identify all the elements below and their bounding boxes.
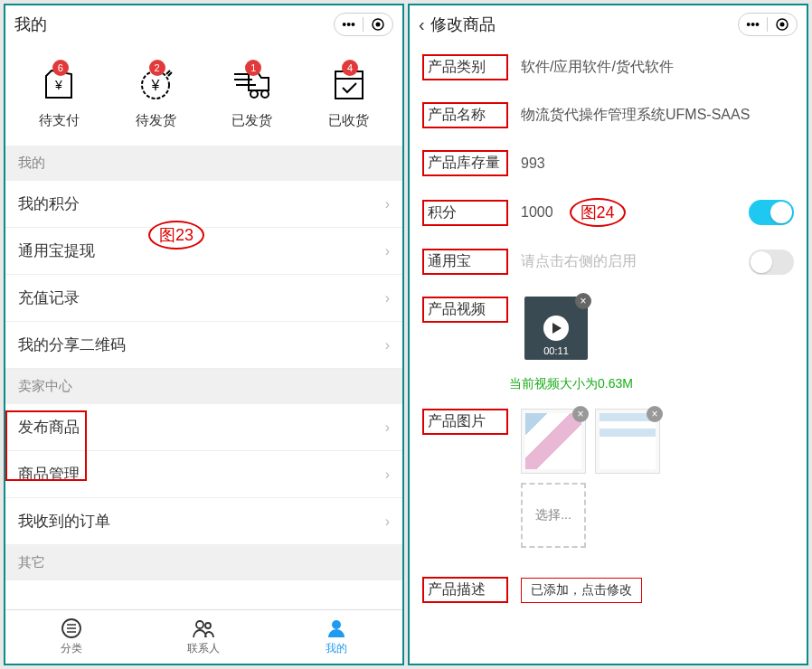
svg-text:¥: ¥: [151, 78, 160, 93]
chevron-right-icon: ›: [385, 466, 390, 483]
target-icon[interactable]: [768, 14, 797, 35]
phone-screen-mine: 我的 ••• ¥ 6 待支付 ¥ 2 待发货 1 已发货: [4, 4, 404, 665]
list-item-publish-product[interactable]: 发布商品›: [5, 404, 402, 451]
product-image-thumb[interactable]: ×: [595, 409, 660, 474]
list-icon: [61, 617, 82, 639]
section-head-other: 其它: [5, 545, 402, 580]
svg-point-1: [376, 23, 381, 27]
tab-contacts[interactable]: 联系人: [137, 610, 269, 664]
section-head-seller: 卖家中心: [5, 369, 402, 404]
row-points: 积分 1000 图24: [410, 187, 807, 238]
pending-payment-button[interactable]: ¥ 6 待支付: [39, 65, 80, 129]
list-item-recharge[interactable]: 充值记录›: [5, 275, 402, 322]
item-label: 我的积分: [18, 193, 80, 214]
chevron-right-icon: ›: [385, 514, 390, 530]
field-label: 通用宝: [422, 249, 508, 275]
tab-mine[interactable]: 我的: [270, 610, 402, 664]
row-video: 产品视频 × 00:11: [410, 286, 807, 371]
miniapp-controls: •••: [738, 13, 798, 36]
video-size-text: 当前视频大小为0.63M: [509, 376, 807, 392]
more-icon[interactable]: •••: [335, 14, 363, 35]
list-item-received-orders[interactable]: 我收到的订单›: [5, 498, 402, 545]
video-duration: 00:11: [543, 345, 569, 356]
badge: 2: [149, 60, 165, 76]
pending-shipment-button[interactable]: ¥ 2 待发货: [136, 65, 176, 129]
badge: 4: [342, 60, 358, 76]
item-label: 商品管理: [18, 464, 80, 485]
shipped-button[interactable]: 1 已发货: [231, 65, 272, 129]
svg-point-5: [250, 90, 258, 98]
item-label: 通用宝提现: [18, 240, 95, 261]
chevron-right-icon: ›: [385, 196, 390, 212]
tongyongbao-toggle[interactable]: [749, 250, 794, 275]
row-tongyongbao: 通用宝 请点击右侧的启用: [410, 238, 807, 286]
field-value: 物流货代操作管理系统UFMS-SAAS: [521, 106, 750, 125]
add-image-button[interactable]: 选择...: [521, 483, 586, 548]
remove-image-icon[interactable]: ×: [647, 406, 663, 422]
svg-point-6: [261, 90, 269, 98]
field-label: 产品视频: [422, 297, 508, 323]
remove-video-icon[interactable]: ×: [575, 293, 591, 309]
add-image-label: 选择...: [535, 507, 571, 523]
svg-point-12: [780, 23, 785, 27]
figure-annotation: 图23: [148, 221, 204, 250]
row-stock[interactable]: 产品库存量 993: [410, 139, 807, 187]
tab-label: 联系人: [187, 641, 220, 656]
order-status-row: ¥ 6 待支付 ¥ 2 待发货 1 已发货 4 已收货: [5, 43, 402, 146]
field-value: 993: [521, 155, 545, 172]
label: 已发货: [231, 112, 272, 129]
label: 已收货: [328, 112, 369, 129]
field-value: 软件/应用软件/货代软件: [521, 58, 674, 77]
section-head-mine: 我的: [5, 146, 402, 181]
item-label: 充值记录: [18, 287, 80, 308]
field-label: 积分: [422, 200, 508, 226]
tab-bar: 分类 联系人 我的: [5, 609, 402, 664]
tab-category[interactable]: 分类: [5, 610, 137, 664]
label: 待支付: [39, 112, 80, 129]
video-thumbnail[interactable]: × 00:11: [524, 297, 588, 360]
page-title: 修改商品: [430, 14, 496, 35]
field-label: 产品类别: [422, 54, 508, 80]
person-icon: [326, 617, 347, 639]
figure-annotation: 图24: [570, 198, 626, 227]
row-category[interactable]: 产品类别 软件/应用软件/货代软件: [410, 43, 807, 91]
field-label: 产品库存量: [422, 150, 508, 176]
form-content: 产品类别 软件/应用软件/货代软件 产品名称 物流货代操作管理系统UFMS-SA…: [410, 43, 807, 664]
page-title: 我的: [14, 14, 47, 35]
field-label: 产品名称: [422, 102, 508, 128]
chevron-right-icon: ›: [385, 337, 390, 353]
list-item-qrcode[interactable]: 我的分享二维码›: [5, 322, 402, 369]
row-description: 产品描述 已添加，点击修改: [410, 559, 807, 614]
row-name[interactable]: 产品名称 物流货代操作管理系统UFMS-SAAS: [410, 91, 807, 139]
field-placeholder: 请点击右侧的启用: [521, 252, 637, 271]
svg-text:¥: ¥: [54, 78, 62, 92]
content-area: ¥ 6 待支付 ¥ 2 待发货 1 已发货 4 已收货 我的 我的积分› 通用宝…: [5, 43, 402, 609]
people-icon: [192, 617, 215, 639]
received-button[interactable]: 4 已收货: [328, 65, 369, 129]
tab-label: 我的: [326, 641, 347, 656]
svg-point-8: [196, 621, 203, 628]
item-label: 我收到的订单: [18, 511, 110, 532]
list-item-manage-product[interactable]: 商品管理›: [5, 451, 402, 498]
field-value: 1000: [521, 204, 553, 221]
row-images: 产品图片 × × 选择...: [410, 392, 807, 559]
points-toggle[interactable]: [749, 200, 794, 225]
remove-image-icon[interactable]: ×: [572, 406, 589, 422]
list-item-points[interactable]: 我的积分›: [5, 181, 402, 228]
header: ‹ 修改商品 •••: [410, 5, 807, 43]
product-image-thumb[interactable]: ×: [521, 409, 586, 474]
phone-screen-edit-product: ‹ 修改商品 ••• 产品类别 软件/应用软件/货代软件 产品名称 物流货代操作…: [408, 4, 808, 665]
svg-point-10: [332, 620, 341, 629]
chevron-right-icon: ›: [385, 243, 390, 259]
field-label: 产品描述: [422, 577, 508, 603]
tab-label: 分类: [61, 641, 82, 656]
header: 我的 •••: [5, 5, 402, 43]
back-icon[interactable]: ‹: [419, 14, 425, 35]
miniapp-controls: •••: [334, 13, 393, 36]
edit-description-button[interactable]: 已添加，点击修改: [521, 578, 642, 603]
field-label: 产品图片: [422, 409, 508, 435]
chevron-right-icon: ›: [385, 419, 390, 436]
badge: 6: [52, 60, 69, 76]
target-icon[interactable]: [364, 14, 392, 35]
more-icon[interactable]: •••: [739, 14, 767, 35]
